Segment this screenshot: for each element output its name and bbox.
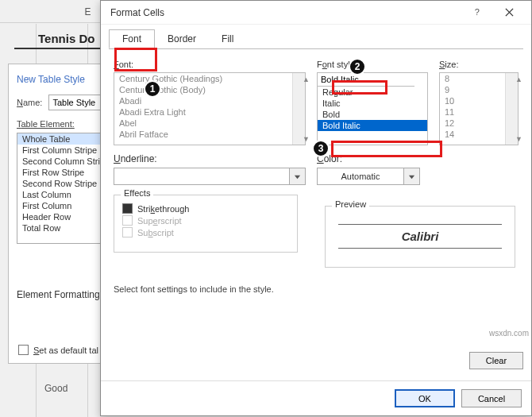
step-badge-3: 3 bbox=[312, 140, 330, 157]
list-item[interactable]: Century Gothic (Headings) bbox=[114, 73, 305, 84]
name-label: NName:ame: bbox=[17, 98, 42, 107]
list-item-selected[interactable]: Bold Italic bbox=[318, 120, 427, 131]
close-button[interactable] bbox=[493, 2, 525, 24]
svg-text:?: ? bbox=[474, 8, 479, 17]
svg-marker-3 bbox=[295, 175, 300, 179]
scrollbar[interactable]: ▲▼ bbox=[505, 73, 518, 145]
font-style-input[interactable] bbox=[318, 73, 414, 87]
dialog-title: Format Cells bbox=[110, 7, 164, 18]
bg-good-label: Good bbox=[44, 383, 67, 394]
list-item[interactable]: Abel bbox=[114, 118, 305, 129]
underline-combo[interactable] bbox=[114, 168, 290, 185]
watermark: wsxdn.com bbox=[489, 329, 529, 338]
tab-border[interactable]: Border bbox=[155, 29, 209, 48]
dropdown-icon[interactable] bbox=[404, 168, 420, 185]
sheet-title-fragment: Tennis Do bbox=[38, 32, 94, 45]
clear-button[interactable]: Clear bbox=[469, 352, 523, 369]
font-style-listbox[interactable]: Regular Italic Bold Bold Italic bbox=[317, 72, 428, 145]
cancel-button[interactable]: Cancel bbox=[461, 389, 522, 407]
tab-font[interactable]: Font bbox=[109, 29, 155, 48]
subscript-checkbox bbox=[122, 227, 133, 237]
note-text: Select font settings to include in the s… bbox=[109, 284, 523, 294]
list-item[interactable]: Abadi bbox=[114, 95, 305, 106]
color-combo[interactable]: Automatic bbox=[317, 168, 404, 185]
preview-sample: Calibri bbox=[338, 224, 502, 249]
list-item[interactable]: Italic bbox=[318, 98, 427, 109]
step-badge-2: 2 bbox=[349, 58, 366, 75]
size-label: Size: bbox=[439, 60, 458, 69]
dropdown-icon[interactable] bbox=[290, 168, 306, 185]
size-listbox[interactable]: 8 9 10 11 12 14 ▲▼ bbox=[439, 72, 519, 145]
tab-fill[interactable]: Fill bbox=[209, 29, 246, 48]
list-item[interactable]: Abadi Extra Light bbox=[114, 106, 305, 118]
strikethrough-checkbox[interactable] bbox=[122, 203, 133, 214]
preview-group: Preview Calibri bbox=[325, 206, 515, 268]
superscript-checkbox bbox=[122, 215, 133, 226]
list-item[interactable]: Bold bbox=[318, 109, 427, 120]
svg-marker-4 bbox=[409, 175, 414, 179]
default-label: Set as default tal bbox=[33, 346, 98, 355]
step-badge-1: 1 bbox=[144, 80, 161, 98]
font-listbox[interactable]: Century Gothic (Headings) Century Gothic… bbox=[114, 72, 306, 145]
tabs: Font Border Fill bbox=[109, 29, 523, 49]
preview-legend: Preview bbox=[332, 199, 369, 209]
strikethrough-label: Strikethrough bbox=[137, 204, 189, 214]
format-cells-dialog: Format Cells ? Font Border Fill Font: Ce… bbox=[100, 0, 532, 416]
help-button[interactable]: ? bbox=[461, 2, 493, 24]
font-label: Font: bbox=[114, 60, 133, 69]
list-item[interactable]: Century Gothic (Body) bbox=[114, 84, 305, 95]
subscript-label: Subscript bbox=[137, 228, 174, 237]
effects-legend: Effects bbox=[121, 188, 153, 198]
default-checkbox[interactable] bbox=[18, 345, 29, 355]
scrollbar[interactable]: ▲▼ bbox=[292, 73, 305, 145]
superscript-label: Superscript bbox=[137, 216, 182, 226]
underline-label: Underline: bbox=[114, 153, 157, 164]
effects-group: Effects Strikethrough Superscript Subscr… bbox=[114, 195, 298, 253]
list-item[interactable]: Regular bbox=[318, 87, 427, 98]
table-element-label: Table Element: bbox=[17, 119, 75, 129]
list-item[interactable]: Abril Fatface bbox=[114, 129, 305, 140]
ok-button[interactable]: OK bbox=[395, 389, 455, 407]
